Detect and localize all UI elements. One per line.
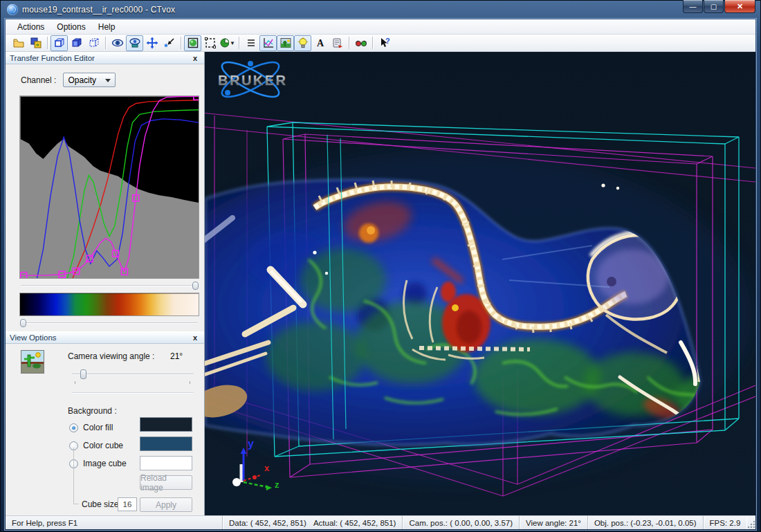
menubar: Actions Options Help (6, 19, 755, 35)
toolbar-fly-to[interactable] (161, 35, 178, 51)
menu-options[interactable]: Options (51, 21, 91, 33)
camera-angle-slider[interactable] (72, 369, 194, 380)
tree-connector (73, 504, 79, 504)
channel-label: Channel : (21, 75, 56, 85)
axis-y-label: y (248, 438, 254, 450)
status-help: For Help, press F1 (6, 516, 223, 529)
toolbar-list-view[interactable] (242, 35, 259, 51)
slider-thumb[interactable] (80, 369, 86, 379)
toolbar-separator (47, 37, 48, 49)
status-actual: Actual: ( 452, 452, 851) (313, 519, 396, 527)
cube-size-label: Cube size (82, 499, 118, 509)
image-cube-radio-row[interactable]: Image cube (69, 459, 127, 468)
view-options-panel: View Options x Camera viewing angle : 21… (6, 331, 204, 515)
separator (72, 392, 194, 394)
image-cube-label: Image cube (83, 459, 127, 468)
status-view-angle: View angle: 21° (520, 516, 588, 529)
bruker-logo-text: BRUKER (218, 73, 288, 88)
toolbar-lighting[interactable] (294, 35, 311, 51)
maximize-button[interactable]: ▢ (704, 0, 724, 13)
minimize-button[interactable]: — (683, 0, 703, 13)
tf-range-slider[interactable] (19, 281, 199, 291)
tf-panel-close-icon[interactable]: x (190, 54, 200, 62)
toolbar-open-volume[interactable] (10, 35, 27, 51)
toolbar-save-view[interactable] (27, 35, 44, 51)
toolbar-stereo-glasses[interactable] (352, 35, 369, 51)
slider-thumb[interactable] (192, 282, 199, 290)
status-fps: FPS: 2.9 (704, 516, 747, 529)
titlebar[interactable]: mouse19_contrast__ir_rec0000 - CTvox — ▢… (0, 0, 761, 19)
toolbar-cube-shaded[interactable] (68, 35, 85, 51)
status-cam-pos: Cam. pos.: ( 0.00, 0.00, 3.57) (403, 516, 520, 529)
camera-angle-value: 21° (170, 351, 183, 361)
status-data-size: Data: ( 452, 452, 851) Actual: ( 452, 45… (223, 516, 403, 529)
tree-connector (73, 448, 74, 504)
toolbar-separator (349, 37, 349, 49)
svg-text:A: A (317, 38, 324, 48)
slider-tick (75, 381, 75, 384)
toolbar-cut-sphere[interactable]: ▼ (219, 35, 236, 51)
toolbar-separator (181, 37, 181, 49)
svg-text:?: ? (385, 37, 390, 45)
menu-help[interactable]: Help (92, 21, 122, 33)
color-fill-swatch[interactable] (140, 417, 192, 432)
channel-select[interactable]: Opacity (63, 73, 116, 87)
app-icon (7, 4, 18, 15)
vo-panel-close-icon[interactable]: x (190, 333, 200, 342)
status-bar: For Help, press F1 Data: ( 452, 452, 851… (6, 515, 755, 529)
toolbar-eye-cube[interactable] (126, 35, 143, 51)
tf-panel-title: Transfer Function Editor (10, 54, 95, 62)
toolbar-context-help[interactable]: ? (376, 35, 393, 51)
resize-grip[interactable] (746, 520, 755, 529)
window-title: mouse19_contrast__ir_rec0000 - CTvox (22, 5, 175, 15)
toolbar-sphere-box[interactable] (184, 35, 201, 51)
axis-z-label: z (275, 479, 279, 490)
toolbar-annotations[interactable]: A (311, 35, 329, 51)
dropdown-caret-icon: ▼ (230, 40, 235, 46)
color-fill-radio[interactable] (69, 423, 78, 432)
close-button[interactable]: ✕ (724, 0, 755, 13)
toolbar-transfer-function[interactable] (259, 35, 277, 51)
color-fill-radio-row[interactable]: Color fill (69, 423, 113, 432)
color-fill-label: Color fill (83, 423, 113, 432)
toolbar-show-eye[interactable] (109, 35, 126, 51)
vo-panel-header[interactable]: View Options x (6, 331, 204, 344)
color-cube-radio-row[interactable]: Color cube (69, 441, 123, 450)
slider-track (21, 322, 198, 324)
toolbar-move-arrows[interactable] (143, 35, 161, 51)
vo-panel-title: View Options (10, 333, 57, 342)
toolbar-cube-solid[interactable] (51, 35, 68, 51)
left-panel-column: Transfer Function Editor x Channel : Opa… (6, 52, 205, 515)
background-label: Background : (68, 406, 117, 416)
camera-angle-label: Camera viewing angle : (68, 351, 154, 361)
gradient-range-slider[interactable] (19, 318, 199, 328)
view-options-thumbnail-icon (21, 350, 44, 374)
transfer-function-plot[interactable] (19, 95, 199, 279)
status-data: Data: ( 452, 452, 851) (229, 519, 306, 527)
cube-size-field[interactable]: 16 (118, 497, 137, 511)
image-cube-path-field[interactable] (140, 456, 192, 470)
transfer-function-editor-panel: Transfer Function Editor x Channel : Opa… (6, 52, 204, 331)
toolbar-cube-wire[interactable] (85, 35, 102, 51)
reload-image-button[interactable]: Reload image (140, 475, 192, 490)
toolbar-separator (105, 37, 106, 49)
slider-thumb[interactable] (20, 319, 26, 327)
toolbar-script[interactable] (329, 35, 346, 51)
toolbar-separator (372, 37, 373, 49)
render-viewport[interactable]: BRUKER y x z (205, 52, 755, 515)
toolbar-view-options[interactable] (277, 35, 294, 51)
axis-x-label: x (264, 463, 270, 473)
slider-track (72, 374, 194, 375)
bruker-logo: BRUKER (218, 56, 288, 103)
color-gradient-bar[interactable] (19, 293, 199, 316)
tf-panel-header[interactable]: Transfer Function Editor x (6, 52, 204, 64)
color-cube-label: Color cube (83, 441, 123, 450)
toolbar-clip-box[interactable] (201, 35, 219, 51)
status-obj-pos: Obj. pos.: (-0.23, -0.01, 0.05) (588, 516, 704, 529)
channel-value: Opacity (68, 75, 96, 85)
menu-actions[interactable]: Actions (11, 21, 51, 33)
color-cube-swatch[interactable] (140, 437, 192, 451)
toolbar-separator (239, 37, 239, 49)
slider-tick (190, 381, 190, 384)
apply-button[interactable]: Apply (140, 497, 192, 512)
